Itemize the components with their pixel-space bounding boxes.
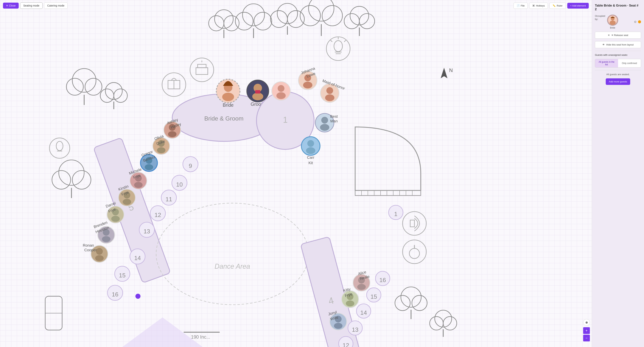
kit-label: Kit — [308, 161, 313, 165]
svg-line-26 — [330, 40, 332, 42]
seating-mode-button[interactable]: Seating mode — [20, 2, 42, 9]
eye-icon: 👁 — [602, 43, 605, 46]
scale-text: 190 Inc... — [191, 334, 210, 340]
seat-1-right-label: 1 — [394, 211, 398, 217]
release-seat-button[interactable]: ✕ ✕ Release seat — [595, 32, 641, 39]
svg-point-58 — [303, 82, 312, 88]
piano — [355, 127, 421, 195]
scene-svg[interactable]: Bride & Groom Bride Groom 1 Johanna — [0, 0, 592, 347]
svg-point-89 — [111, 216, 120, 222]
svg-point-61 — [325, 94, 334, 101]
divider-2 — [595, 70, 641, 70]
kit-avatar[interactable] — [301, 137, 320, 155]
filter-toggle: All guests in the list Only confirmed — [595, 59, 641, 67]
seat-15-t4-label: 15 — [370, 293, 377, 300]
svg-point-70 — [306, 147, 315, 154]
x-icon: ✕ — [608, 34, 610, 36]
svg-point-95 — [95, 255, 104, 261]
cooper-label: Cooper — [84, 248, 97, 252]
compass-arrow: N — [441, 67, 453, 78]
svg-point-35 — [66, 78, 84, 95]
tree-bottom-right — [395, 287, 427, 319]
panel-title: Table Bride & Groom · Seat # 2 — [595, 4, 641, 11]
seat-9-label: 9 — [189, 162, 192, 169]
tree-bottom-right2 — [430, 310, 457, 337]
svg-point-0 — [214, 10, 233, 28]
catering-mode-button[interactable]: Catering mode — [44, 2, 68, 9]
svg-point-74 — [168, 131, 176, 137]
tree-left-2 — [100, 82, 127, 109]
confirmed-only-toggle[interactable]: Only confirmed — [618, 59, 641, 67]
add-more-guests-button[interactable]: Add more guests — [606, 78, 630, 85]
file-icon: 📄 — [517, 4, 520, 7]
toolbar: ✕ Close Seating mode Catering mode 📄 Fil… — [0, 0, 592, 11]
elevator — [45, 296, 62, 330]
divider-1 — [595, 51, 641, 51]
svg-point-1 — [209, 16, 224, 31]
svg-text:N: N — [449, 67, 453, 73]
ruler-button[interactable]: 📏 Ruler — [549, 2, 566, 9]
svg-rect-55 — [255, 90, 260, 93]
compass-button[interactable]: ⊕ — [583, 319, 590, 326]
hide-seat-button[interactable]: 👁 Hide this seat from layout — [595, 41, 641, 48]
toolbar-right: 📄 File ⌘ Hotkeys 📏 Ruler + Add element — [514, 2, 589, 9]
settings-icon[interactable]: ⚙ — [634, 20, 636, 24]
occupied-right: ⚙ — [634, 20, 641, 24]
add-element-button[interactable]: + Add element — [567, 3, 589, 8]
svg-point-63 — [278, 85, 284, 92]
map-controls: ⊕ + − — [583, 319, 590, 342]
svg-point-86 — [123, 199, 131, 205]
svg-rect-32 — [198, 64, 206, 68]
hotkeys-button[interactable]: ⌘ Hotkeys — [529, 2, 548, 9]
seat-16-t4-label: 16 — [379, 277, 386, 283]
seat-14-t4-label: 14 — [360, 309, 367, 316]
ronan-label: Ronan — [83, 243, 94, 247]
anna-avatar[interactable] — [272, 82, 290, 100]
all-guests-toggle[interactable]: All guests in the list — [595, 59, 618, 67]
zoom-out-button[interactable]: − — [583, 335, 590, 342]
svg-point-92 — [102, 236, 110, 242]
svg-point-123 — [401, 287, 421, 307]
bride-avatar-panel[interactable] — [607, 14, 618, 26]
svg-point-42 — [59, 160, 84, 185]
zoom-in-button[interactable]: + — [583, 327, 590, 334]
bride-groom-table-label: Bride & Groom — [204, 115, 244, 122]
svg-point-46 — [50, 138, 70, 158]
svg-point-119 — [409, 248, 420, 258]
seat-13-label: 13 — [144, 228, 150, 235]
svg-point-47 — [56, 141, 63, 151]
svg-point-67 — [320, 124, 329, 131]
guests-section-label: Guests with unassigned seats: — [595, 53, 641, 56]
svg-point-51 — [222, 93, 234, 101]
carr-label: Carr — [307, 155, 314, 159]
close-button[interactable]: ✕ Close — [3, 2, 19, 8]
seat-16-label: 16 — [112, 291, 118, 298]
svg-point-21 — [334, 41, 342, 52]
bride-avatar[interactable] — [216, 79, 240, 103]
file-button[interactable]: 📄 File — [514, 2, 528, 9]
tree-decoration — [209, 10, 239, 38]
bride-name-panel: Bride — [610, 26, 615, 29]
lightbulb-left — [50, 138, 70, 158]
purple-dot — [135, 294, 140, 299]
dance-area-label: Dance Area — [215, 263, 250, 270]
jonyl-avatar[interactable] — [330, 313, 347, 330]
hotkeys-icon: ⌘ — [532, 4, 535, 7]
seat-13-t4-label: 13 — [352, 326, 358, 333]
svg-point-135 — [610, 20, 616, 25]
tree-left-bottom — [52, 160, 91, 198]
seat-10-label: 10 — [176, 181, 183, 188]
speaker-decoration — [403, 212, 426, 235]
tree-left-1 — [66, 68, 102, 105]
svg-rect-96 — [355, 190, 421, 196]
right-panel: Table Bride & Groom · Seat # 2 Occupiedb… — [592, 0, 644, 347]
svg-point-64 — [276, 92, 286, 99]
dance-area-border — [156, 203, 308, 305]
occupied-row: Occupiedby: Bride ⚙ — [595, 14, 641, 29]
groom-avatar[interactable] — [247, 80, 269, 102]
seated-message: All guests are seated. — [595, 73, 641, 76]
seat-11-label: 11 — [166, 196, 172, 203]
svg-point-118 — [403, 240, 426, 264]
svg-point-80 — [145, 164, 153, 170]
cake-decoration — [190, 58, 214, 82]
